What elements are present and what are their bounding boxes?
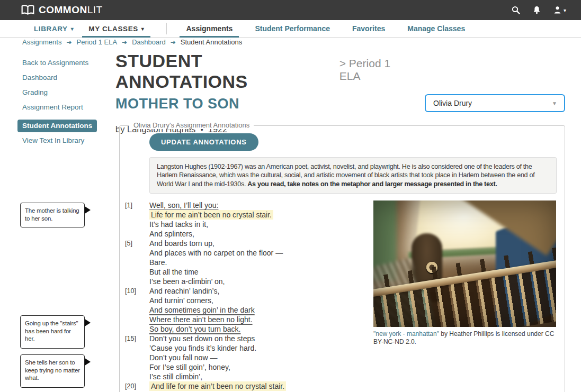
poem-line-text: And splinters, — [149, 230, 194, 238]
poem-line-number — [124, 305, 149, 315]
poem-line-text: And boards torn up, — [149, 239, 214, 248]
commonlit-logo[interactable]: COMMONLIT — [21, 4, 103, 16]
poem-line: [1] Well, son, I’ll tell you: — [124, 200, 368, 210]
page: COMMONLIT ▾ LIBRARY▾MY CLASSES▾ Assignme… — [0, 0, 581, 392]
nav-menu-library[interactable]: LIBRARY▾ — [26, 20, 81, 37]
photo-layer — [373, 200, 556, 327]
search-icon[interactable] — [512, 6, 520, 14]
poem-line-number: [10] — [124, 286, 149, 296]
poem-line-number: [1] — [124, 200, 149, 210]
intro-box: Langston Hughes (1902-1967) was an Ameri… — [149, 157, 557, 194]
underlined-text[interactable]: Well, son, I’ll tell you: — [149, 201, 218, 209]
poem-line: And sometimes goin’ in the dark — [124, 305, 368, 315]
student-select[interactable]: Olivia Drury ▼ — [425, 94, 565, 112]
breadcrumb-arrow-icon: ➔ — [171, 39, 176, 46]
breadcrumb-link-dashboard[interactable]: Dashboard — [132, 38, 166, 46]
poem-line: And places with no carpet on the floor — — [124, 248, 368, 258]
breadcrumb-link-period-1-ela[interactable]: Period 1 ELA — [76, 38, 117, 46]
poem-line: It’s had tacks in it, — [124, 220, 368, 229]
poem-line: I’se been a-climbin’ on, — [124, 277, 368, 286]
breadcrumb: Assignments➔Period 1 ELA➔Dashboard➔Stude… — [22, 38, 242, 46]
poem-line-number: [5] — [124, 239, 149, 248]
poem-line-text: And places with no carpet on the floor — — [149, 249, 283, 257]
underlined-text[interactable]: Where there ain’t been no light. — [149, 315, 253, 324]
poem-line-text: Don’t you fall now — — [149, 353, 217, 362]
poem-line-number — [124, 229, 149, 239]
poem-line: Don’t you fall now — — [124, 353, 368, 362]
poem-line-number — [124, 267, 149, 277]
poem-line: [20] And life for me ain’t been no cryst… — [124, 381, 368, 391]
nav-tabs: AssignmentsStudent PerformanceFavoritesM… — [178, 20, 480, 37]
poem-line-text: It’s had tacks in it, — [149, 220, 208, 229]
nav-menu-my-classes[interactable]: MY CLASSES▾ — [81, 20, 151, 37]
poem-line-number — [124, 343, 149, 353]
sidebar-item-assignment-report[interactable]: Assignment Report — [22, 104, 115, 111]
update-annotations-button[interactable]: UPDATE ANNOTATIONS — [149, 133, 258, 151]
underlined-text[interactable]: And sometimes goin’ in the dark — [149, 306, 255, 314]
select-caret-icon: ▼ — [552, 101, 557, 106]
poem-line: [5] And boards torn up, — [124, 239, 368, 248]
user-menu-icon[interactable]: ▾ — [553, 6, 566, 14]
poem-line-number — [124, 353, 149, 362]
poem-line-number: [15] — [124, 334, 149, 343]
poem-line: [15] Don’t you set down on the steps — [124, 334, 368, 343]
logo-text-bold: COMMON — [39, 4, 87, 15]
sidebar-item-view-text-in-library[interactable]: View Text In Library — [22, 137, 115, 144]
chevron-down-icon: ▾ — [141, 26, 145, 32]
breadcrumb-arrow-icon: ➔ — [66, 39, 71, 46]
poem-line-text: I’se been a-climbin’ on, — [149, 277, 225, 286]
poem-line-text: And turnin’ corners, — [149, 296, 213, 305]
poem: [1] Well, son, I’ll tell you: Life for m… — [124, 200, 368, 391]
poem-line-number — [124, 372, 149, 381]
stairwell-photo — [373, 200, 556, 327]
student-select-value: Olivia Drury — [433, 99, 472, 107]
poem-line: For I’se still goin’, honey, — [124, 362, 368, 372]
highlighted-text[interactable]: And life for me ain’t been no crystal st… — [149, 381, 286, 391]
poem-line: Bare. — [124, 258, 368, 267]
sidebar-item-dashboard[interactable]: Dashboard — [22, 74, 115, 81]
poem-line-number — [124, 315, 149, 324]
caption-link[interactable]: "new york - manhattan" — [373, 330, 439, 338]
sidebar-item-grading[interactable]: Grading — [22, 89, 115, 96]
bell-icon[interactable] — [533, 6, 541, 14]
text-title: MOTHER TO SON — [115, 96, 412, 112]
poem-line: [10] And reachin’ landin’s, — [124, 286, 368, 296]
annotation-note[interactable]: She tells her son to keep trying no matt… — [20, 354, 85, 388]
tab-manage-classes[interactable]: Manage Classes — [400, 20, 472, 37]
tab-student-performance[interactable]: Student Performance — [247, 20, 337, 37]
poem-line-number — [124, 220, 149, 229]
sidebar: Back to AssignmentsDashboardGradingAssig… — [22, 59, 115, 152]
chevron-down-icon: ▾ — [71, 26, 74, 32]
highlighted-text[interactable]: Life for me ain’t been no crystal stair. — [149, 210, 273, 220]
poem-line-number — [124, 277, 149, 286]
intro-instruction-bold: As you read, take notes on the metaphor … — [247, 180, 497, 188]
main-nav: LIBRARY▾MY CLASSES▾ AssignmentsStudent P… — [0, 20, 581, 38]
nav-divider — [166, 23, 167, 34]
nav-menus: LIBRARY▾MY CLASSES▾ — [26, 20, 151, 37]
poem-line: And splinters, — [124, 229, 368, 239]
poem-line-text: But all the time — [149, 268, 199, 276]
chevron-down-icon: ▾ — [564, 7, 566, 13]
poem-line-text: Bare. — [149, 258, 167, 267]
poem-line: But all the time — [124, 267, 368, 277]
tab-favorites[interactable]: Favorites — [345, 20, 392, 37]
poem-line: And turnin’ corners, — [124, 296, 368, 305]
page-title-class-suffix: > Period 1 ELA — [339, 57, 412, 83]
poem-line: Life for me ain’t been no crystal stair. — [124, 210, 368, 220]
logo-text-light: LIT — [87, 4, 103, 15]
poem-line: So boy, don’t you turn back. — [124, 324, 368, 334]
poem-line-text: I’se still climbin’, — [149, 372, 202, 381]
annotations-panel: Olivia Drury's Assignment Annotations UP… — [119, 125, 565, 392]
tab-assignments[interactable]: Assignments — [178, 20, 240, 37]
underlined-text[interactable]: So boy, don’t you turn back. — [149, 325, 241, 333]
sidebar-item-back-to-assignments[interactable]: Back to Assignments — [22, 59, 115, 67]
poem-line-number — [124, 362, 149, 372]
sidebar-item-student-annotations[interactable]: Student Annotations — [17, 120, 97, 132]
annotation-note[interactable]: The mother is talking to her son. — [20, 203, 85, 227]
annotation-note[interactable]: Going up the "stairs" has been hard for … — [20, 315, 85, 349]
poem-line-number: [20] — [124, 381, 149, 391]
book-logo-icon — [21, 5, 34, 16]
header-icons: ▾ — [512, 0, 566, 20]
breadcrumb-link-assignments[interactable]: Assignments — [22, 38, 61, 46]
poem-line-number — [124, 296, 149, 305]
